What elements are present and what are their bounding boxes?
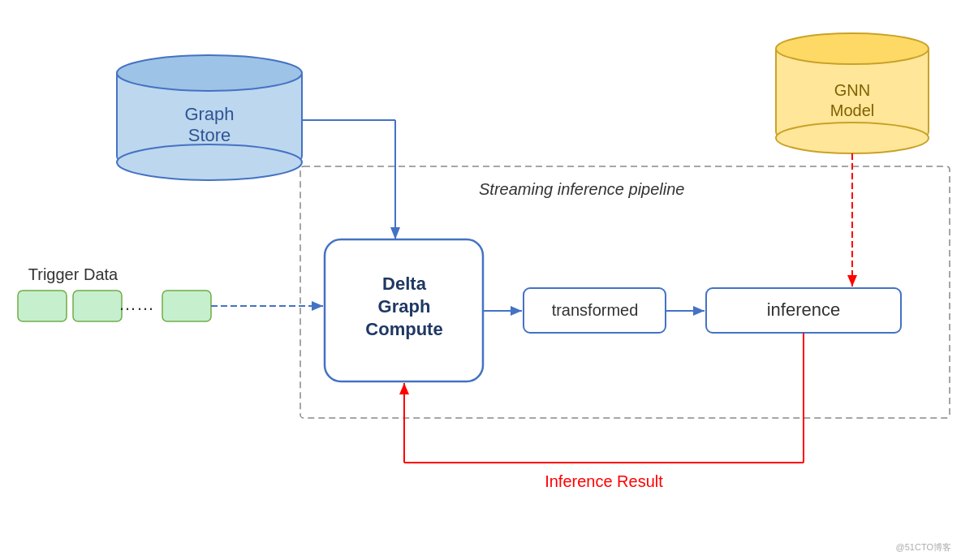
graph-store-label: Graph — [184, 104, 234, 124]
trigger-data-label: Trigger Data — [28, 265, 119, 283]
svg-rect-11 — [73, 291, 122, 321]
gnn-model-label: GNN — [834, 81, 870, 99]
watermark-label: @51CTO博客 — [896, 541, 951, 554]
svg-point-4 — [117, 144, 302, 180]
ellipsis-label: …… — [119, 294, 154, 314]
svg-rect-10 — [18, 291, 67, 321]
inference-label: inference — [767, 299, 841, 320]
svg-text:Store: Store — [188, 125, 231, 145]
svg-rect-12 — [162, 291, 211, 321]
svg-text:Graph: Graph — [378, 296, 431, 317]
delta-graph-compute-label: Delta — [382, 274, 427, 294]
streaming-pipeline-label: Streaming inference pipeline — [479, 180, 685, 198]
svg-point-7 — [776, 33, 929, 64]
svg-point-8 — [776, 123, 929, 153]
svg-text:Model: Model — [830, 101, 874, 119]
transformed-label: transformed — [552, 301, 639, 319]
svg-text:Compute: Compute — [365, 319, 442, 339]
inference-result-label: Inference Result — [545, 472, 663, 490]
svg-point-3 — [117, 55, 302, 91]
